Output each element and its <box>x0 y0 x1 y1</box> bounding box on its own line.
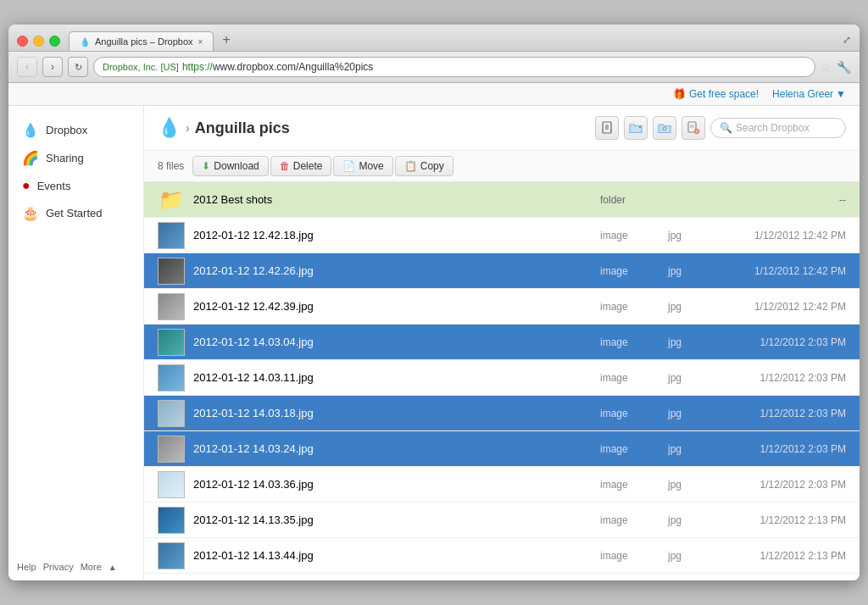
get-started-icon: 🎂 <box>22 205 39 221</box>
move-icon: 📄 <box>342 160 355 172</box>
delete-label: Delete <box>293 160 323 172</box>
list-item[interactable]: 2012-01-12 14.03.04.jpg imagejpg 1/12/20… <box>144 325 860 360</box>
file-date: -- <box>710 194 846 206</box>
file-type: image <box>600 408 668 419</box>
list-item[interactable]: 2012-01-12 12.42.39.jpg imagejpg 1/12/20… <box>144 289 860 325</box>
sidebar-label-events: Events <box>37 180 71 192</box>
file-type: image <box>600 230 668 241</box>
image-thumb <box>158 364 185 391</box>
file-name: 2012-01-12 14.13.35.jpg <box>193 513 600 526</box>
new-folder-button[interactable] <box>624 116 648 140</box>
new-folder-icon <box>629 121 643 135</box>
delete-button[interactable]: 🗑 Delete <box>270 156 332 176</box>
file-type: image <box>600 550 668 562</box>
file-name: 2012-01-12 14.03.18.jpg <box>193 407 600 419</box>
breadcrumb-arrow: › <box>186 121 190 135</box>
file-ext: jpg <box>668 372 710 384</box>
file-ext: jpg <box>668 479 710 491</box>
file-type: image <box>600 265 668 277</box>
search-placeholder: Search Dropbox <box>736 122 810 134</box>
search-box[interactable]: 🔍 Search Dropbox <box>710 118 846 138</box>
file-type: image <box>600 372 668 384</box>
settings-icon[interactable]: 🔧 <box>837 60 851 74</box>
more-arrow: ▲ <box>108 563 117 572</box>
download-button[interactable]: ⬇ Download <box>192 156 268 176</box>
back-button[interactable]: ‹ <box>17 57 37 77</box>
move-button[interactable]: 📄 Move <box>333 156 392 176</box>
copy-label: Copy <box>420 160 444 172</box>
file-ext: jpg <box>668 550 710 562</box>
help-link[interactable]: Help <box>17 562 36 572</box>
more-link[interactable]: More <box>81 562 102 572</box>
sidebar-item-dropbox[interactable]: 💧 Dropbox <box>8 116 143 144</box>
new-tab-button[interactable]: + <box>217 32 235 51</box>
list-item[interactable]: 2012-01-12 14.03.36.jpg imagejpg 1/12/20… <box>144 467 860 502</box>
more-options-button[interactable] <box>682 116 705 140</box>
active-tab[interactable]: 💧 Anguilla pics – Dropbox × <box>69 31 214 51</box>
share-folder-button[interactable] <box>653 116 676 140</box>
list-item[interactable]: 📁 2012 Best shots folder -- <box>144 182 860 218</box>
new-file-icon <box>600 121 614 135</box>
nav-bar: ‹ › ↻ Dropbox, Inc. [US] https://www.dro… <box>8 52 860 83</box>
file-ext: jpg <box>668 301 710 313</box>
tab-favicon: 💧 <box>80 37 90 47</box>
ssl-indicator: Dropbox, Inc. [US] <box>103 62 179 72</box>
copy-button[interactable]: 📋 Copy <box>395 156 453 176</box>
file-ext: jpg <box>668 265 710 277</box>
sidebar-item-sharing[interactable]: 🌈 Sharing <box>8 144 143 172</box>
sidebar-label-dropbox: Dropbox <box>46 124 87 136</box>
bookmark-icon[interactable]: ☆ <box>821 60 832 74</box>
sidebar-footer: Help Privacy More ▲ <box>17 562 117 572</box>
sidebar-item-get-started[interactable]: 🎂 Get Started <box>8 199 143 227</box>
more-options-icon <box>687 121 700 135</box>
file-list: 📁 2012 Best shots folder -- 2012-01-12 1… <box>144 182 860 574</box>
file-type: image <box>600 336 668 348</box>
forward-button[interactable]: › <box>42 57 63 77</box>
image-thumb <box>158 436 185 463</box>
sidebar-label-get-started: Get Started <box>46 207 102 219</box>
file-name: 2012-01-12 14.03.24.jpg <box>193 442 600 455</box>
file-date: 1/12/2012 2:03 PM <box>710 443 846 455</box>
image-thumb <box>158 471 185 498</box>
file-ext: jpg <box>668 514 710 526</box>
file-toolbar: 8 files ⬇ Download 🗑 Delete 📄 Move 📋 <box>144 151 860 182</box>
list-item[interactable]: 2012-01-12 14.13.44.jpg imagejpg 1/12/20… <box>144 538 860 574</box>
minimize-button[interactable] <box>33 36 44 47</box>
main-content: 💧 › Anguilla pics <box>144 106 860 580</box>
list-item[interactable]: 2012-01-12 14.03.24.jpg imagejpg 1/12/20… <box>144 431 860 467</box>
file-type: image <box>600 301 668 313</box>
list-item[interactable]: 2012-01-12 12.42.26.jpg imagejpg 1/12/20… <box>144 253 860 289</box>
refresh-button[interactable]: ↻ <box>68 57 88 77</box>
get-free-space-banner[interactable]: 🎁 Get free space! <box>673 88 759 100</box>
file-date: 1/12/2012 12:42 PM <box>710 265 846 277</box>
file-ext: jpg <box>668 336 710 348</box>
get-free-space-link[interactable]: Get free space! <box>689 88 759 100</box>
privacy-link[interactable]: Privacy <box>43 562 74 572</box>
tab-bar: 💧 Anguilla pics – Dropbox × + <box>69 31 843 51</box>
list-item[interactable]: 2012-01-12 12.42.18.jpg imagejpg 1/12/20… <box>144 218 860 253</box>
file-name: 2012-01-12 14.03.04.jpg <box>193 336 600 348</box>
window-resize-icon[interactable]: ⤢ <box>843 34 851 49</box>
sidebar-item-events[interactable]: ● Events <box>8 172 143 199</box>
list-item[interactable]: 2012-01-12 14.13.35.jpg imagejpg 1/12/20… <box>144 502 860 538</box>
file-name: 2012-01-12 14.03.11.jpg <box>193 371 600 384</box>
download-icon: ⬇ <box>202 160 210 172</box>
maximize-button[interactable] <box>49 36 60 47</box>
user-menu[interactable]: Helena Greer ▼ <box>772 88 846 100</box>
list-item[interactable]: 2012-01-12 14.03.18.jpg imagejpg 1/12/20… <box>144 396 860 431</box>
file-name: 2012-01-12 14.03.36.jpg <box>193 478 600 491</box>
move-label: Move <box>359 160 383 172</box>
file-name: 2012-01-12 14.13.44.jpg <box>193 549 600 562</box>
list-item[interactable]: 2012-01-12 14.03.11.jpg imagejpg 1/12/20… <box>144 360 860 396</box>
file-type: image <box>600 479 668 491</box>
file-date: 1/12/2012 12:42 PM <box>710 301 846 313</box>
search-icon: 🔍 <box>720 122 732 134</box>
new-file-button[interactable] <box>595 116 619 140</box>
tab-close-icon[interactable]: × <box>198 37 203 47</box>
file-date: 1/12/2012 2:13 PM <box>710 514 846 526</box>
image-thumb <box>158 400 185 427</box>
url-bar[interactable]: Dropbox, Inc. [US] https://www.dropbox.c… <box>93 57 815 77</box>
folder-thumb: 📁 <box>158 186 185 214</box>
close-button[interactable] <box>17 36 28 47</box>
gift-icon: 🎁 <box>673 88 686 100</box>
